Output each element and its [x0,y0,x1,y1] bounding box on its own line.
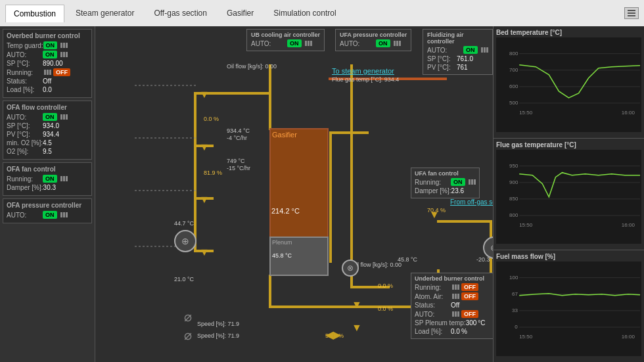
ufa-fan-damper-row: Damper [%]: 23.6 [415,187,476,194]
fluidizing-auto-label: AUTO: [427,47,463,54]
left-control-panel: Overbed burner control Temp guard: ON AU… [0,26,95,362]
underbed-atom-air-knob [452,294,459,299]
overbed-running-knob [44,70,51,75]
underbed-atom-air-row: Atom. Air: OFF [415,292,493,300]
valve-9: ◀▶ [325,328,341,341]
overbed-sp-row: SP [°C]: 890.00 [7,60,88,67]
tab-off-gas[interactable]: Off-gas section [145,4,215,22]
flue-gas-chart-area: 950 900 850 800 15:50 16:00 [496,150,641,244]
valve-5: ▼ [429,209,440,221]
overbed-running-toggle[interactable]: OFF [53,68,70,76]
underbed-atom-air-toggle[interactable]: OFF [461,292,478,300]
gasifier-label: Gasifier [272,131,329,139]
svg-text:900: 900 [509,179,518,185]
svg-rect-6 [329,131,369,134]
underbed-load-row: Load [%]: 0.0 % [415,328,493,335]
flue-gas-chart-svg: 950 900 850 800 15:50 16:00 [496,150,641,244]
ofa-flow-control: OFA flow controller AUTO: ON SP [°C]: 93… [3,101,92,160]
ufa-fan-running-label: Running: [415,179,451,186]
valve-8: ▼ [352,322,362,334]
overbed-load-value: 0.0 [43,86,52,93]
speed-top: Speed [%]: 71.9 [197,321,239,327]
ofa-fan-damper-value: 30.3 [43,184,56,191]
ofa-flow-auto-label: AUTO: [7,114,43,121]
gasifier-temp4: -15 °C/hr [227,165,250,171]
ub-cooling-auto-row: AUTO: ON [251,39,320,47]
ofa-flow-sp-label: SP [°C]: [7,122,43,129]
fluidizing-auto-row: AUTO: ON [427,46,488,54]
ufa-fan-damper-label: Damper [%]: [415,187,451,194]
ub-cooling-auto-toggle[interactable]: ON [287,39,302,47]
gasifier-temp1: 934.4 °C [227,127,250,134]
ufa-fan-running-toggle[interactable]: ON [451,178,465,186]
fluidizing-title: Fluidizing air controller [427,32,488,45]
svg-text:700: 700 [509,67,518,73]
ufa-pressure-auto-label: AUTO: [340,40,376,47]
right-chart-panel: Bed temperature [°C] 800 700 600 500 [493,26,644,362]
icon-line [628,12,635,14]
underbed-auto-knob [452,311,459,317]
svg-text:15:50: 15:50 [519,110,533,116]
svg-text:950: 950 [509,162,518,168]
window-icon[interactable] [624,7,639,19]
flue-gas-chart-title: Flue gas temperature [°C] [496,141,641,148]
speed-bot: Speed [%]: 71.9 [197,332,239,339]
overbed-sp-value: 890.00 [43,60,63,67]
ub-cooling-auto-label: AUTO: [251,40,287,47]
ofa-flow-auto-row: AUTO: ON [7,113,88,121]
underbed-burner-ctrl: Underbed burner control Running: OFF Ato… [411,273,493,339]
fluidizing-sp-label: SP [°C]: [427,55,457,62]
ofa-fan-title: OFA fan control [7,166,88,173]
svg-text:15:50: 15:50 [519,334,533,340]
svg-text:800: 800 [509,212,518,218]
ufa-pressure-auto-toggle[interactable]: ON [376,39,390,47]
underbed-running-label: Running: [415,284,451,291]
svg-text:850: 850 [509,196,518,202]
underbed-auto-row: AUTO: OFF [415,310,493,318]
ofa-flow-pv-label: PV [°C]: [7,131,43,138]
underbed-status-row: Status: Off [415,302,493,309]
overbed-auto-knob [60,52,68,57]
ufa-pressure-ctrl: UFA pressure controller AUTO: ON [335,29,411,51]
icon-line [628,10,635,11]
svg-rect-7 [329,131,332,263]
overbed-status-value: Off [43,78,51,85]
top-navigation: Combustion Steam generator Off-gas secti… [0,0,644,26]
tab-gasifier[interactable]: Gasifier [218,4,262,22]
oil-burner-symbol: ⊗ [342,260,359,277]
ofa-pressure-auto-label: AUTO: [7,212,43,219]
motor-1: ⌀ [184,309,192,325]
ofa-pressure-auto-toggle[interactable]: ON [43,211,57,219]
svg-text:67: 67 [512,291,518,297]
svg-rect-4 [194,92,196,252]
underbed-auto-toggle[interactable]: OFF [461,310,478,318]
overbed-temp-guard-toggle[interactable]: ON [43,41,58,49]
ofa-fan-running-knob [60,176,68,181]
overbed-sp-label: SP [°C]: [7,60,43,67]
ofa-pressure-control: OFA pressure controller AUTO: ON [3,198,92,223]
overbed-auto-toggle[interactable]: ON [43,51,57,58]
plenum-box: Plenum 45.8 °C [269,237,329,276]
tab-simulation[interactable]: Simulation control [265,4,344,22]
overbed-running-label: Running: [7,69,43,76]
underbed-running-row: Running: OFF [415,283,493,291]
tab-combustion[interactable]: Combustion [5,5,64,22]
overbed-title: Overbed burner control [7,32,88,39]
svg-text:0: 0 [515,324,518,330]
overbed-auto-label: AUTO: [7,51,43,58]
flue-gas-chart-container: Flue gas temperature [°C] 950 900 850 80… [494,139,644,251]
underbed-running-toggle[interactable]: OFF [461,283,478,291]
ofa-flow-mino2-row: min. O2 [%]: 4.5 [7,139,88,147]
overbed-load-label: Load [%]: [7,86,43,93]
gasifier-bed-temp: 214.2 °C [271,207,300,215]
ofa-fan-running-toggle[interactable]: ON [43,175,57,183]
svg-rect-11 [437,220,490,223]
tab-steam-generator[interactable]: Steam generator [67,4,143,22]
ofa-flow-auto-toggle[interactable]: ON [43,113,57,121]
underbed-load-label: Load [%]: [415,328,451,335]
pct-44-7: 44.7 °C [174,220,194,227]
left-fan-symbol: ⊕ [174,230,196,252]
fluidizing-auto-toggle[interactable]: ON [463,46,478,54]
ofa-flow-o2-label: O2 [%]: [7,148,43,155]
ofa-flow-mino2-value: 4.5 [43,139,52,147]
